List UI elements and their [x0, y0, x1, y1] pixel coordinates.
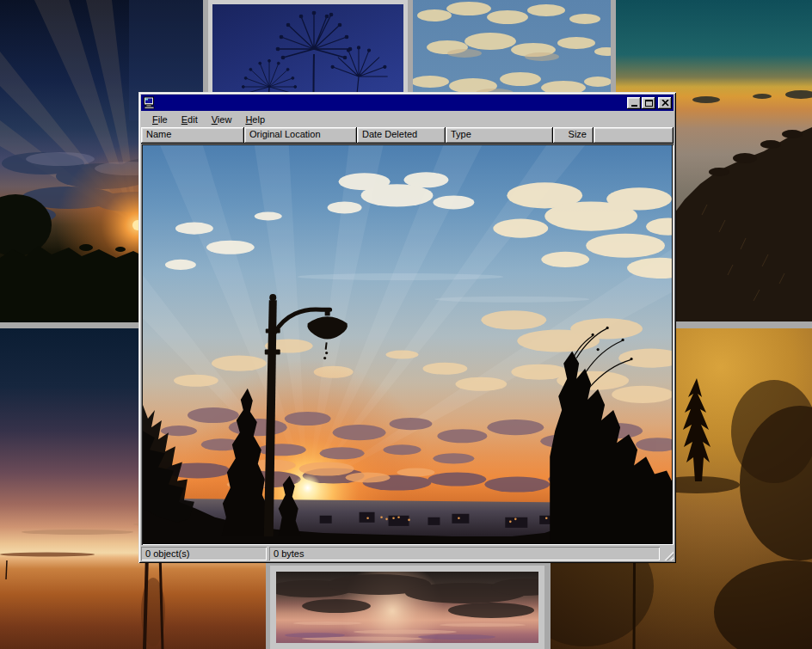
recycle-bin-window[interactable]: File Edit View Help Name Original Locati… [138, 92, 676, 563]
status-objects: 0 object(s) [141, 547, 267, 560]
column-header-filler[interactable] [594, 127, 674, 144]
reflections-photo [276, 572, 538, 643]
list-view[interactable] [141, 144, 674, 545]
maximize-button[interactable] [642, 97, 655, 109]
column-header-size[interactable]: Size [553, 127, 594, 144]
minimize-button[interactable] [627, 97, 641, 109]
menu-help[interactable]: Help [240, 113, 270, 126]
close-icon [661, 100, 669, 107]
menu-edit[interactable]: Edit [176, 113, 203, 126]
column-header-type[interactable]: Type [446, 127, 553, 144]
status-bar: 0 object(s) 0 bytes [141, 545, 674, 560]
resize-grip[interactable] [662, 549, 674, 560]
title-bar[interactable] [141, 95, 674, 111]
column-header-name[interactable]: Name [141, 127, 244, 144]
maximize-icon [645, 100, 653, 107]
sunset-lamp-photo [143, 145, 672, 543]
close-button[interactable] [658, 97, 672, 109]
menu-bar: File Edit View Help [141, 111, 674, 127]
minimize-icon [631, 105, 637, 107]
computer-icon [143, 96, 156, 109]
column-header-row: Name Original Location Date Deleted Type… [141, 127, 674, 144]
column-header-original-location[interactable]: Original Location [244, 127, 357, 144]
menu-view[interactable]: View [206, 113, 237, 126]
status-bytes: 0 bytes [269, 547, 660, 560]
column-header-date-deleted[interactable]: Date Deleted [357, 127, 446, 144]
menu-file[interactable]: File [147, 113, 173, 126]
wallpaper-tile-reflections [270, 566, 544, 649]
